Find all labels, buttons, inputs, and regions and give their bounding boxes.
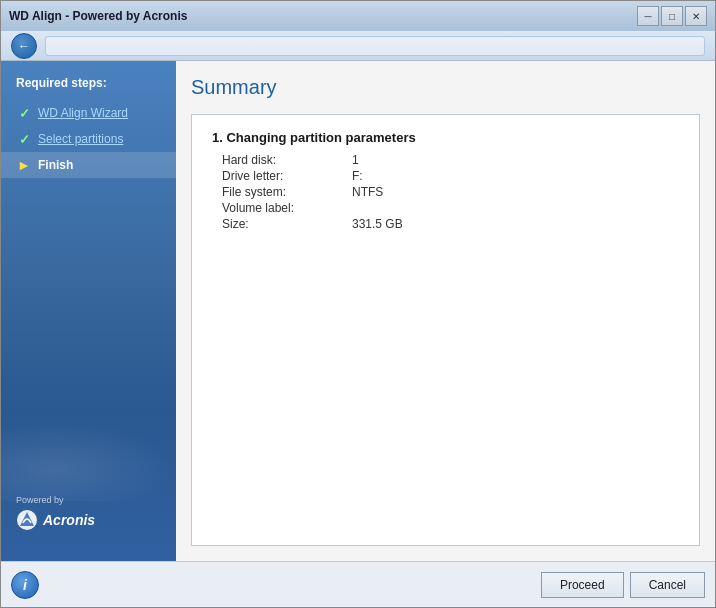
sidebar-label-wd-align-wizard[interactable]: WD Align Wizard [38, 106, 128, 120]
sidebar-item-select-partitions[interactable]: ✓ Select partitions [1, 126, 176, 152]
summary-label-hard-disk: Hard disk: [222, 153, 352, 167]
nav-bar-content [45, 36, 705, 56]
step-done-icon-1: ✓ [16, 105, 32, 121]
acronis-logo-icon [16, 509, 38, 531]
maximize-button[interactable]: □ [661, 6, 683, 26]
proceed-button[interactable]: Proceed [541, 572, 624, 598]
summary-section-title: 1. Changing partition parameters [212, 130, 679, 145]
page-title: Summary [191, 76, 700, 99]
summary-value-drive-letter: F: [352, 169, 679, 183]
content-area: Summary 1. Changing partition parameters… [176, 61, 715, 561]
summary-value-size: 331.5 GB [352, 217, 679, 231]
summary-value-volume-label [352, 201, 679, 215]
minimize-button[interactable]: ─ [637, 6, 659, 26]
close-button[interactable]: ✕ [685, 6, 707, 26]
top-nav-bar: ← [1, 31, 715, 61]
sidebar-label-finish: Finish [38, 158, 73, 172]
summary-label-size: Size: [222, 217, 352, 231]
summary-box: 1. Changing partition parameters Hard di… [191, 114, 700, 546]
step-active-icon: ► [16, 157, 32, 173]
sidebar-branding: Powered by Acronis [1, 480, 176, 546]
main-layout: Required steps: ✓ WD Align Wizard ✓ Sele… [1, 61, 715, 561]
step-done-icon-2: ✓ [16, 131, 32, 147]
powered-by-label: Powered by [16, 495, 64, 505]
sidebar: Required steps: ✓ WD Align Wizard ✓ Sele… [1, 61, 176, 561]
title-bar-controls: ─ □ ✕ [637, 6, 707, 26]
sidebar-item-finish[interactable]: ► Finish [1, 152, 176, 178]
summary-table: Hard disk: 1 Drive letter: F: File syste… [212, 153, 679, 231]
sidebar-label-select-partitions[interactable]: Select partitions [38, 132, 123, 146]
summary-value-hard-disk: 1 [352, 153, 679, 167]
summary-label-drive-letter: Drive letter: [222, 169, 352, 183]
bottom-bar: i Proceed Cancel [1, 561, 715, 607]
main-window: WD Align - Powered by Acronis ─ □ ✕ ← Re… [0, 0, 716, 608]
sidebar-item-wd-align-wizard[interactable]: ✓ WD Align Wizard [1, 100, 176, 126]
title-bar: WD Align - Powered by Acronis ─ □ ✕ [1, 1, 715, 31]
acronis-logo: Acronis [16, 509, 95, 531]
cancel-button[interactable]: Cancel [630, 572, 705, 598]
back-button[interactable]: ← [11, 33, 37, 59]
summary-value-file-system: NTFS [352, 185, 679, 199]
summary-label-volume-label: Volume label: [222, 201, 352, 215]
info-icon-label: i [23, 577, 27, 593]
required-steps-label: Required steps: [1, 76, 176, 100]
summary-label-file-system: File system: [222, 185, 352, 199]
window-title: WD Align - Powered by Acronis [9, 9, 637, 23]
brand-name-label: Acronis [43, 512, 95, 528]
info-button[interactable]: i [11, 571, 39, 599]
